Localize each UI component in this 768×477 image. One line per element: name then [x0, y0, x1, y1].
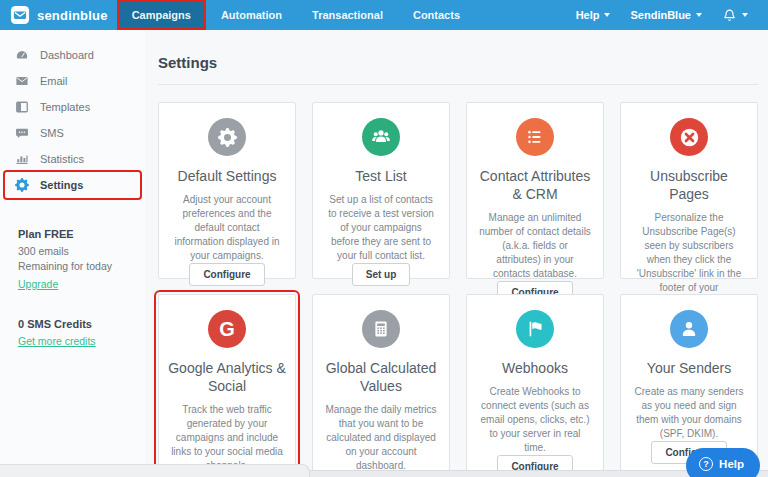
card-title: Webhooks: [502, 359, 568, 377]
nav-tab-transactional[interactable]: Transactional: [297, 0, 398, 30]
card-title: Default Settings: [178, 167, 277, 185]
upgrade-link[interactable]: Upgrade: [18, 278, 58, 290]
account-menu-label: SendinBlue: [630, 9, 691, 21]
email-icon: [14, 74, 29, 89]
settings-card-contact-attributes-crm: Contact Attributes & CRMManage an unlimi…: [466, 102, 604, 279]
chevron-down-icon: [696, 13, 702, 17]
calculator-icon: [362, 310, 400, 348]
settings-card-your-senders: Your SendersCreate as many senders as yo…: [620, 294, 758, 471]
statistics-icon: [14, 152, 29, 167]
brand[interactable]: sendinblue: [0, 0, 117, 30]
card-title: Your Senders: [647, 359, 731, 377]
main-content: Settings Default SettingsAdjust your acc…: [145, 30, 768, 477]
sms-icon: [14, 126, 29, 141]
settings-card-test-list: Test ListSet up a list of contacts to re…: [312, 102, 450, 279]
sidebar-item-templates[interactable]: Templates: [5, 94, 140, 120]
settings-cards-grid: Default SettingsAdjust your account pref…: [158, 102, 758, 471]
help-button[interactable]: ? Help: [686, 448, 760, 477]
help-menu[interactable]: Help: [566, 0, 621, 30]
get-more-credits-link[interactable]: Get more credits: [18, 335, 96, 347]
sidebar-item-label: SMS: [40, 127, 64, 139]
sidebar-item-settings[interactable]: Settings: [5, 172, 140, 198]
settings-card-webhooks: WebhooksCreate Webhooks to connect event…: [466, 294, 604, 471]
list-icon: [516, 118, 554, 156]
people-icon: [362, 118, 400, 156]
google-g-icon: G: [208, 310, 246, 348]
help-menu-label: Help: [576, 9, 600, 21]
gear-icon: [208, 118, 246, 156]
title-divider: [158, 84, 758, 85]
sms-credits-title: 0 SMS Credits: [18, 318, 135, 330]
card-description: Manage an unlimited number of contact de…: [476, 211, 594, 281]
settings-card-default-settings: Default SettingsAdjust your account pref…: [158, 102, 296, 279]
sidebar-item-label: Templates: [40, 101, 90, 113]
question-mark-icon: ?: [699, 457, 713, 471]
sidebar-item-email[interactable]: Email: [5, 68, 140, 94]
plan-remaining: Remaining for today: [18, 259, 135, 274]
horizontal-scrollbar-thumb[interactable]: [0, 464, 310, 477]
sidebar-item-label: Statistics: [40, 153, 84, 165]
page-title: Settings: [158, 54, 758, 71]
settings-card-google-analytics-social: GGoogle Analytics & SocialTrack the web …: [158, 294, 296, 471]
person-icon: [670, 310, 708, 348]
flag-icon: [516, 310, 554, 348]
times-circle-icon: [670, 118, 708, 156]
top-navbar: sendinblue CampaignsAutomationTransactio…: [0, 0, 768, 30]
plan-emails: 300 emails: [18, 244, 135, 259]
card-description: Track the web traffic generated by your …: [168, 403, 286, 473]
notifications-menu[interactable]: [712, 0, 758, 30]
card-description: Set up a list of contacts to receive a t…: [322, 193, 440, 263]
settings-gear-icon: [14, 178, 29, 193]
dashboard-icon: [14, 48, 29, 63]
sidebar-item-label: Settings: [40, 179, 83, 191]
sms-credits-summary: 0 SMS Credits Get more credits: [0, 318, 145, 349]
card-title: Test List: [355, 167, 406, 185]
nav-tab-automation[interactable]: Automation: [206, 0, 297, 30]
sidebar-item-dashboard[interactable]: Dashboard: [5, 42, 140, 68]
card-description: Create Webhooks to connect events (such …: [476, 385, 594, 455]
primary-nav: CampaignsAutomationTransactionalContacts: [117, 0, 475, 30]
configure-button[interactable]: Configure: [189, 263, 264, 286]
card-title: Google Analytics & Social: [168, 359, 286, 395]
brand-label: sendinblue: [37, 8, 108, 23]
card-title: Contact Attributes & CRM: [476, 167, 594, 203]
sendinblue-logo-icon: [10, 5, 30, 25]
bell-icon: [722, 8, 737, 23]
settings-card-global-calculated-values: Global Calculated ValuesManage the daily…: [312, 294, 450, 471]
card-title: Unsubscribe Pages: [630, 167, 748, 203]
settings-card-unsubscribe-pages: Unsubscribe PagesPersonalize the Unsubsc…: [620, 102, 758, 279]
set-up-button[interactable]: Set up: [352, 263, 411, 286]
card-description: Adjust your account preferences and the …: [168, 193, 286, 263]
account-menu[interactable]: SendinBlue: [620, 0, 712, 30]
sidebar-item-label: Dashboard: [40, 49, 94, 61]
chevron-down-icon: [604, 13, 610, 17]
sidebar-item-statistics[interactable]: Statistics: [5, 146, 140, 172]
sidebar-item-label: Email: [40, 75, 68, 87]
navbar-right: Help SendinBlue: [566, 0, 768, 30]
sidebar-item-sms[interactable]: SMS: [5, 120, 140, 146]
plan-title: Plan FREE: [18, 228, 135, 240]
nav-tab-contacts[interactable]: Contacts: [398, 0, 475, 30]
plan-summary: Plan FREE 300 emails Remaining for today…: [0, 228, 145, 292]
card-title: Global Calculated Values: [322, 359, 440, 395]
nav-tab-campaigns[interactable]: Campaigns: [117, 0, 206, 30]
chevron-down-icon: [742, 13, 748, 17]
templates-icon: [14, 100, 29, 115]
sidebar: DashboardEmailTemplatesSMSStatisticsSett…: [0, 30, 145, 477]
card-description: Manage the daily metrics that you want t…: [322, 403, 440, 473]
card-description: Create as many senders as you need and s…: [630, 385, 748, 441]
help-button-label: Help: [719, 458, 744, 470]
